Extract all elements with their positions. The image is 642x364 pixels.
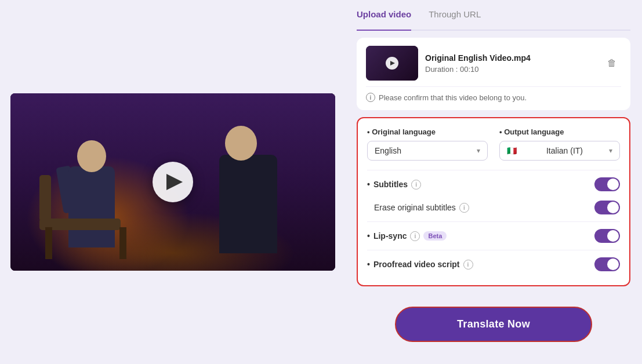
body-right [219, 155, 277, 253]
translate-btn-wrapper: Translate Now [357, 293, 630, 355]
video-info-row: Original English Video.mp4 Duration : 00… [366, 46, 621, 81]
original-lang-label: Original language [367, 128, 488, 136]
video-player[interactable] [10, 93, 335, 271]
output-lang-col: Output language 🇮🇹 Italian (IT) ▾ [499, 128, 620, 161]
output-lang-select[interactable]: 🇮🇹 Italian (IT) ▾ [499, 141, 620, 161]
lipsync-text: Lip-sync [373, 231, 407, 241]
output-lang-chevron: ▾ [609, 147, 612, 155]
erase-toggle[interactable] [594, 201, 620, 214]
original-lang-select[interactable]: English ▾ [367, 141, 488, 161]
divider-3 [367, 250, 620, 250]
subtitles-info-icon[interactable]: i [411, 180, 421, 190]
upload-card: Original English Video.mp4 Duration : 00… [357, 38, 630, 110]
lipsync-row: • Lip-sync i Beta [367, 224, 620, 247]
subtitles-label: • Subtitles i [367, 180, 594, 190]
tab-upload[interactable]: Upload video [357, 9, 411, 24]
beta-badge: Beta [423, 231, 447, 241]
video-thumbnail [366, 46, 418, 81]
chair-left [39, 190, 132, 259]
lipsync-info-icon[interactable]: i [410, 231, 420, 241]
lipsync-toggle[interactable] [594, 229, 620, 243]
output-lang-value: Italian (IT) [546, 146, 583, 155]
output-lang-label: Output language [499, 128, 620, 136]
video-filename: Original English Video.mp4 [425, 53, 596, 63]
translate-button[interactable]: Translate Now [395, 307, 592, 342]
subtitles-text: Subtitles [373, 180, 408, 189]
lipsync-label: • Lip-sync i Beta [367, 231, 594, 241]
proofread-info-icon[interactable]: i [463, 260, 473, 270]
proofread-row: • Proofread video script i [367, 253, 620, 276]
delete-button[interactable]: 🗑 [603, 54, 621, 72]
confirm-notice: i Please confirm that this video belong … [366, 86, 621, 102]
person-right [208, 132, 289, 253]
output-lang-flag: 🇮🇹 [507, 146, 517, 155]
play-button[interactable] [153, 162, 193, 202]
original-lang-col: Original language English ▾ [367, 128, 488, 161]
divider-1 [367, 170, 620, 170]
video-meta: Original English Video.mp4 Duration : 00… [425, 53, 596, 74]
language-row: Original language English ▾ Output langu… [367, 128, 620, 161]
video-duration: Duration : 00:10 [425, 65, 596, 74]
subtitles-toggle[interactable] [594, 177, 620, 191]
confirm-text: Please confirm that this video belong to… [379, 93, 527, 102]
thumb-play-circle [386, 57, 398, 70]
subtitles-bullet: • [367, 180, 370, 189]
chair-back [39, 175, 51, 221]
lipsync-bullet: • [367, 231, 370, 241]
erase-label: Erase original subtitles i [367, 203, 594, 213]
right-panel: Upload video Through URL Original Englis… [345, 0, 642, 364]
tab-bar: Upload video Through URL [357, 9, 630, 31]
thumb-play-icon [390, 61, 395, 65]
proofread-toggle[interactable] [594, 257, 620, 271]
left-panel [0, 0, 345, 364]
tab-url[interactable]: Through URL [429, 9, 481, 24]
proofread-label: • Proofread video script i [367, 260, 594, 270]
original-lang-value: English [375, 146, 401, 155]
erase-text: Erase original subtitles [374, 203, 456, 212]
erase-info-icon[interactable]: i [459, 203, 469, 213]
subtitles-row: • Subtitles i [367, 173, 620, 196]
original-lang-chevron: ▾ [477, 147, 480, 155]
chair-leg2 [119, 227, 126, 259]
thumbnail-play [366, 46, 418, 81]
divider-2 [367, 221, 620, 222]
erase-row: Erase original subtitles i [367, 196, 620, 219]
head-right [225, 126, 257, 161]
language-card: Original language English ▾ Output langu… [357, 117, 630, 286]
play-icon [166, 174, 183, 190]
head-left [77, 140, 106, 172]
proofread-text: Proofread video script [373, 260, 460, 269]
chair-leg1 [45, 227, 52, 259]
proofread-bullet: • [367, 260, 370, 269]
info-icon-notice: i [366, 93, 375, 102]
